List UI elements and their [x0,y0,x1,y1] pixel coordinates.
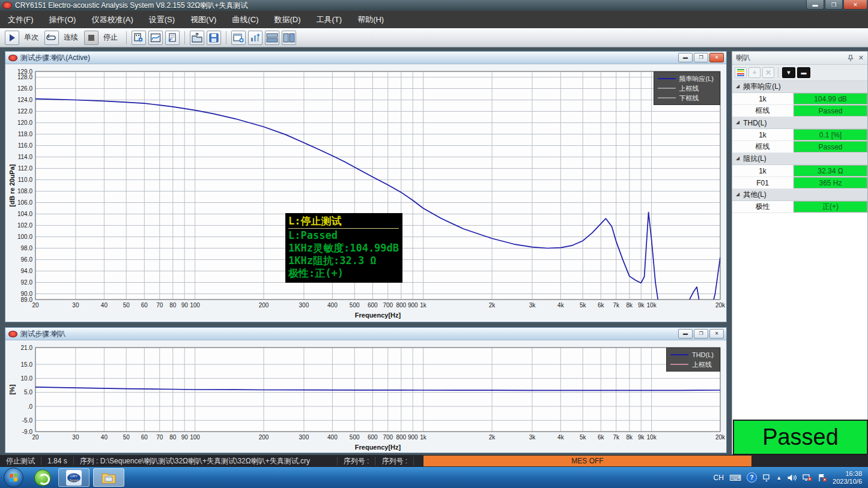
result-row[interactable]: 框线 Passed [732,141,867,153]
svg-text:Sound: Sound [70,478,79,481]
section-header-label: 频率响应(L) [743,82,781,92]
result-label: F01 [732,177,794,188]
report-button[interactable] [165,31,180,45]
thd-minimize-button[interactable]: ▬ [678,329,693,339]
y-tick-label: 116.0 [18,142,33,149]
section-thd[interactable]: ◢ THD(L) [732,117,867,129]
section-header-label: 阻抗(L) [743,154,766,164]
legend-line-swatch [658,88,676,89]
legend-entry: 上框线 [670,360,714,369]
fr-chart-area[interactable]: 2030405060708090100200300400500600700800… [5,64,726,321]
fr-window-titlebar[interactable]: 测试步骤:喇叭(Active) ▬ ❒ ✕ [5,52,726,64]
taskbar-cry-app-button[interactable]: CRYSound [58,468,90,487]
menu-tools[interactable]: 工具(T) [309,11,350,28]
mes-status[interactable]: MES OFF [423,456,751,466]
x-tick-label: 500 [350,302,360,309]
legend-label: 下框线 [679,93,699,103]
stop-button[interactable] [84,31,99,45]
new-window-button[interactable] [231,31,246,45]
ime-help-icon[interactable]: ? [747,472,757,483]
thd-chart-area[interactable]: 2030405060708090100200300400500600700800… [5,340,726,452]
legend-entry: 上框线 [658,83,714,93]
x-tick-label: 40 [101,434,108,441]
result-row[interactable]: 1k 32.34 Ω [732,165,867,177]
result-row[interactable]: 1k 0.1 [%] [732,129,867,141]
x-tick-label: 20 [32,302,39,309]
y-tick-label: -9.0 [22,429,33,435]
delete-result-button[interactable]: ✕ [762,67,774,78]
section-impedance[interactable]: ◢ 阻抗(L) [732,153,867,165]
y-tick-label: 126.0 [17,85,32,92]
thd-close-button[interactable]: ✕ [709,329,724,339]
layout-horizontal-button[interactable] [265,31,279,45]
action-center-flag-icon[interactable] [818,474,827,482]
section-frequency-response[interactable]: ◢ 频率响应(L) [732,81,867,93]
input-language-indicator[interactable]: CH [714,474,724,482]
browser-icon [34,469,51,486]
menu-calibration[interactable]: 仪器校准(A) [83,11,141,28]
thd-restore-button[interactable]: ❒ [694,329,708,339]
panel-close-icon[interactable]: ✕ [858,54,864,62]
ime-toolbar-icon[interactable] [762,474,771,482]
menu-settings[interactable]: 设置(S) [141,11,183,28]
fr-minimize-button[interactable]: ▬ [678,53,693,62]
show-hidden-icons-button[interactable]: ▲ [776,475,782,481]
x-tick-label: 900 [408,434,418,441]
run-single-button[interactable] [5,31,19,45]
x-tick-label: 3k [529,302,536,309]
menu-data[interactable]: 数据(D) [266,11,308,28]
x-tick-label: 9k [638,302,645,309]
taskbar-files-button[interactable] [93,468,124,487]
menu-operation[interactable]: 操作(O) [41,11,84,28]
start-button[interactable] [4,468,23,487]
result-list-button[interactable] [735,67,747,78]
x-axis-label: Frequency[Hz] [355,312,401,319]
add-chart-button[interactable] [248,31,263,45]
run-continuous-button[interactable] [44,31,59,45]
y-tick-label: 108.0 [17,188,32,194]
volume-icon[interactable] [787,474,797,482]
save-button[interactable] [207,31,221,45]
curve-editor-button[interactable] [148,31,163,45]
app-logo-icon [2,2,12,9]
thd-window-titlebar[interactable]: 测试步骤:喇叭 ▬ ❒ ✕ [5,328,726,340]
layout-vertical-button[interactable] [282,31,296,45]
section-other[interactable]: ◢ 其他(L) [732,189,867,201]
result-row[interactable]: 框线 Passed [732,105,867,117]
instrument-config-button[interactable] [132,31,146,45]
result-row[interactable]: F01 365 Hz [732,177,867,189]
maximize-button[interactable]: ❒ [825,0,843,10]
x-tick-label: 100 [190,302,200,309]
x-tick-label: 7k [613,302,620,309]
fr-restore-button[interactable]: ❒ [694,53,708,62]
report-icon [167,32,178,43]
add-result-button[interactable]: + [748,67,760,78]
legend-line-swatch [670,364,688,365]
results-panel-header[interactable]: 喇叭 ✕ [732,52,867,65]
menu-help[interactable]: 帮助(H) [350,11,392,28]
collapse-all-button[interactable]: ▼ [782,67,795,78]
open-sequence-button[interactable] [190,31,204,45]
fr-close-button[interactable]: ✕ [709,53,724,62]
taskbar-clock[interactable]: 16:38 2023/10/6 [833,470,862,486]
minimize-button[interactable]: ▬ [806,0,824,10]
x-tick-label: 70 [156,302,163,309]
menu-file[interactable]: 文件(F) [0,11,41,28]
result-row[interactable]: 极性 正(+) [732,201,867,213]
x-tick-label: 7k [613,434,620,441]
legend-entry: 频率响应(L) [658,74,714,83]
close-button[interactable]: ✕ [843,0,867,10]
pin-icon[interactable] [848,55,854,62]
thd-chart-svg: 2030405060708090100200300400500600700800… [5,340,725,452]
keyboard-icon[interactable]: ⌨ [729,473,741,483]
minimize-rows-button[interactable]: ▬ [797,67,810,78]
result-row[interactable]: 1k 104.99 dB [732,93,867,105]
x-tick-label: 1k [420,302,427,309]
windows-logo-icon [10,473,18,482]
menu-view[interactable]: 视图(V) [183,11,224,28]
expand-triangle-icon: ◢ [736,83,739,89]
x-tick-label: 6k [598,434,605,441]
menu-curve[interactable]: 曲线(C) [224,11,266,28]
taskbar-browser-button[interactable] [31,468,55,487]
device-status-icon[interactable] [803,474,812,482]
